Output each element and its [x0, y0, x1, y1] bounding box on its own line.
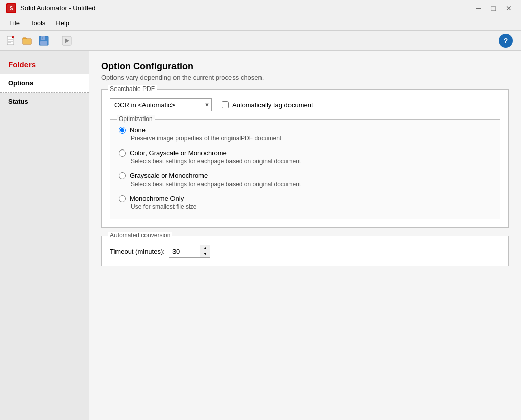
timeout-row: Timeout (minutes): ▲ ▼	[110, 245, 500, 258]
maximize-button[interactable]: □	[488, 3, 499, 13]
content-area: Option Configuration Options vary depend…	[89, 51, 521, 420]
new-button[interactable]	[4, 34, 18, 48]
automated-conversion-label: Automated conversion	[108, 232, 172, 239]
svg-rect-10	[23, 39, 31, 44]
menu-tools[interactable]: Tools	[25, 17, 50, 29]
svg-rect-12	[41, 36, 45, 40]
radio-none-label[interactable]: None	[119, 126, 491, 134]
title-bar: S Solid Automator - Untitled ─ □ ✕	[0, 0, 521, 16]
radio-option-color: Color, Grayscale or Monochrome Selects b…	[119, 149, 491, 165]
radio-none-text: None	[130, 126, 146, 134]
sidebar: Folders Options Status	[0, 51, 89, 420]
svg-text:S: S	[10, 6, 13, 11]
radio-option-none: None Preserve image properties of the or…	[119, 126, 491, 142]
minimize-button[interactable]: ─	[473, 3, 484, 13]
open-button[interactable]	[20, 34, 35, 48]
radio-color-label[interactable]: Color, Grayscale or Monochrome	[119, 149, 491, 157]
radio-mono[interactable]	[119, 195, 126, 202]
automated-conversion-group: Automated conversion Timeout (minutes): …	[101, 236, 509, 266]
timeout-input[interactable]	[169, 245, 200, 257]
radio-option-mono: Monochrome Only Use for smallest file si…	[119, 195, 491, 211]
optimization-group: Optimization None Preserve image propert…	[110, 119, 500, 219]
save-button[interactable]	[37, 34, 51, 48]
auto-tag-checkbox-label[interactable]: Automatically tag document	[222, 101, 313, 109]
help-button[interactable]: ?	[499, 34, 513, 48]
optimization-label: Optimization	[117, 115, 155, 123]
sidebar-item-status[interactable]: Status	[0, 93, 89, 110]
sidebar-item-options[interactable]: Options	[0, 74, 89, 93]
spinner-down-button[interactable]: ▼	[200, 251, 210, 257]
radio-color-text: Color, Grayscale or Monochrome	[130, 149, 227, 157]
menu-bar: File Tools Help	[0, 16, 521, 31]
radio-grayscale-desc: Selects best settings for eachpage based…	[131, 181, 491, 188]
menu-file[interactable]: File	[4, 17, 25, 29]
main-layout: Folders Options Status Option Configurat…	[0, 51, 521, 420]
searchable-pdf-label: Searchable PDF	[108, 85, 157, 93]
run-button[interactable]	[60, 34, 74, 48]
radio-grayscale[interactable]	[119, 172, 126, 179]
spinner-buttons: ▲ ▼	[200, 245, 210, 257]
ocr-dropdown-wrapper: OCR in <Automatic> OCR in English OCR in…	[110, 98, 212, 111]
timeout-spinner: ▲ ▼	[169, 245, 210, 258]
radio-option-grayscale: Grayscale or Monochrome Selects best set…	[119, 172, 491, 188]
auto-tag-checkbox[interactable]	[222, 101, 229, 108]
auto-tag-label: Automatically tag document	[232, 101, 313, 109]
radio-none[interactable]	[119, 127, 126, 134]
radio-none-desc: Preserve image properties of the origina…	[131, 135, 491, 142]
toolbar-separator	[55, 35, 55, 47]
svg-rect-13	[42, 37, 43, 39]
svg-rect-14	[40, 41, 47, 45]
timeout-label: Timeout (minutes):	[110, 248, 165, 255]
radio-mono-label[interactable]: Monochrome Only	[119, 195, 491, 202]
searchable-pdf-group: Searchable PDF OCR in <Automatic> OCR in…	[101, 89, 509, 228]
close-button[interactable]: ✕	[503, 3, 515, 13]
spinner-up-button[interactable]: ▲	[200, 245, 210, 251]
radio-color-desc: Selects best settings for eachpage based…	[131, 158, 491, 165]
radio-grayscale-text: Grayscale or Monochrome	[130, 172, 208, 179]
radio-grayscale-label[interactable]: Grayscale or Monochrome	[119, 172, 491, 179]
radio-color[interactable]	[119, 149, 126, 157]
page-subtitle: Options vary depending on the current pr…	[101, 74, 509, 81]
window-controls: ─ □ ✕	[473, 3, 515, 13]
page-title: Option Configuration	[101, 61, 509, 72]
window-title: Solid Automator - Untitled	[20, 4, 95, 12]
sidebar-item-folders[interactable]: Folders	[0, 55, 89, 74]
radio-mono-text: Monochrome Only	[130, 195, 184, 202]
ocr-row: OCR in <Automatic> OCR in English OCR in…	[110, 98, 500, 111]
app-icon: S	[6, 3, 16, 13]
toolbar: ?	[0, 31, 521, 51]
menu-help[interactable]: Help	[50, 17, 74, 29]
radio-mono-desc: Use for smallest file size	[131, 203, 491, 211]
ocr-dropdown[interactable]: OCR in <Automatic> OCR in English OCR in…	[110, 98, 212, 111]
